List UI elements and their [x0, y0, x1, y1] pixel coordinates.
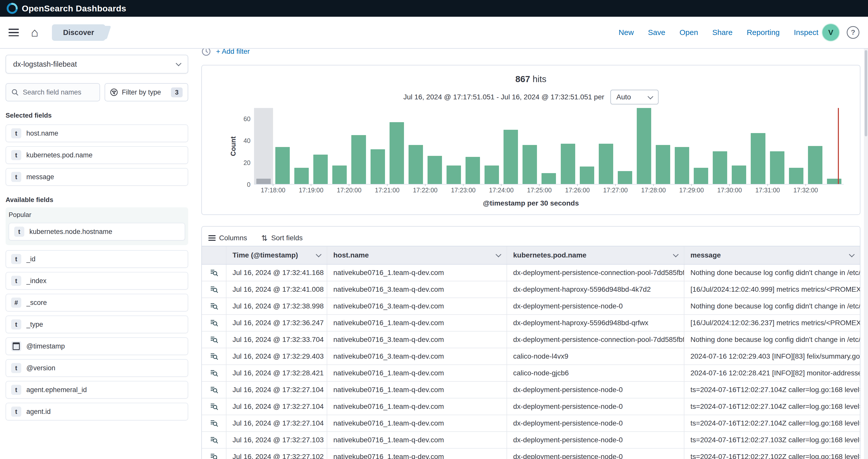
- histogram-bar[interactable]: [368, 108, 387, 184]
- nav-link-inspect[interactable]: Inspect: [794, 28, 818, 37]
- field-item[interactable]: tkubernetes.pod.name: [6, 146, 188, 164]
- help-icon[interactable]: ?: [847, 26, 859, 39]
- histogram-bar[interactable]: [311, 108, 330, 184]
- field-item[interactable]: t@version: [6, 359, 188, 377]
- histogram-bar[interactable]: [501, 108, 520, 184]
- expand-document-icon[interactable]: [209, 401, 219, 411]
- field-item[interactable]: tagent.ephemeral_id: [6, 381, 188, 399]
- breadcrumb[interactable]: Discover: [52, 24, 105, 41]
- histogram-bar[interactable]: [444, 108, 463, 184]
- expand-document-icon[interactable]: [209, 452, 219, 459]
- interval-select[interactable]: Auto: [611, 90, 658, 105]
- expand-document-icon[interactable]: [209, 318, 219, 328]
- table-row[interactable]: Jul 16, 2024 @ 17:32:33.704nativekube071…: [202, 332, 860, 348]
- filter-by-type-button[interactable]: Filter by type 3: [104, 83, 188, 102]
- column-header-msg[interactable]: message: [684, 246, 860, 264]
- sort-fields-button[interactable]: ⇅ Sort fields: [261, 234, 303, 242]
- search-input[interactable]: [23, 88, 94, 96]
- table-row[interactable]: Jul 16, 2024 @ 17:32:27.102nativekube071…: [202, 449, 860, 459]
- histogram-bar[interactable]: [349, 108, 368, 184]
- nav-link-save[interactable]: Save: [648, 28, 665, 37]
- histogram-bar[interactable]: [254, 108, 273, 184]
- index-pattern-selector[interactable]: dx-logstash-filebeat: [6, 55, 188, 74]
- field-item[interactable]: t_type: [6, 316, 188, 333]
- histogram-bar[interactable]: [539, 108, 558, 184]
- expand-document-icon[interactable]: [209, 385, 219, 395]
- histogram-bar[interactable]: [653, 108, 673, 184]
- histogram-bar[interactable]: [596, 108, 616, 184]
- histogram-bar[interactable]: [616, 108, 634, 184]
- histogram-bar[interactable]: [558, 108, 578, 184]
- nav-link-reporting[interactable]: Reporting: [747, 28, 780, 37]
- field-item[interactable]: t_id: [6, 250, 188, 268]
- columns-button[interactable]: Columns: [209, 234, 247, 242]
- histogram-bar[interactable]: [634, 108, 653, 184]
- histogram-bar[interactable]: [825, 108, 844, 184]
- histogram-bar[interactable]: [463, 108, 482, 184]
- histogram-bar[interactable]: [787, 108, 806, 184]
- table-row[interactable]: Jul 16, 2024 @ 17:32:38.998nativekube071…: [202, 298, 860, 315]
- chevron-down-icon[interactable]: [673, 252, 679, 258]
- nav-link-new[interactable]: New: [619, 28, 634, 37]
- vertical-scrollbar[interactable]: [864, 49, 868, 459]
- expand-document-icon[interactable]: [209, 268, 219, 278]
- histogram-bar[interactable]: [578, 108, 596, 184]
- field-item[interactable]: t_index: [6, 272, 188, 290]
- expand-document-icon[interactable]: [209, 418, 219, 428]
- cell-msg: ts=2024-07-16T12:02:27.104Z caller=log.g…: [684, 382, 860, 398]
- menu-icon[interactable]: [9, 29, 19, 36]
- histogram-bar[interactable]: [806, 108, 825, 184]
- histogram-bar[interactable]: [273, 108, 292, 184]
- expand-document-icon[interactable]: [209, 368, 219, 378]
- field-item[interactable]: thost.name: [6, 124, 188, 142]
- table-row[interactable]: Jul 16, 2024 @ 17:32:41.168nativekube071…: [202, 265, 860, 281]
- histogram-bar[interactable]: [330, 108, 349, 184]
- home-icon[interactable]: ⌂: [31, 26, 38, 38]
- histogram-bar[interactable]: [520, 108, 539, 184]
- column-header-time[interactable]: Time (@timestamp): [226, 246, 327, 264]
- avatar[interactable]: V: [823, 24, 839, 41]
- table-row[interactable]: Jul 16, 2024 @ 17:32:28.421nativekube071…: [202, 365, 860, 382]
- expand-document-icon[interactable]: [209, 284, 219, 294]
- histogram-bar[interactable]: [482, 108, 501, 184]
- nav-link-open[interactable]: Open: [680, 28, 698, 37]
- add-filter-button[interactable]: + Add filter: [216, 49, 250, 56]
- column-header-host[interactable]: host.name: [327, 246, 507, 264]
- field-item[interactable]: #_score: [6, 294, 188, 312]
- histogram-bar[interactable]: [387, 108, 406, 184]
- table-row[interactable]: Jul 16, 2024 @ 17:32:27.103nativekube071…: [202, 432, 860, 449]
- table-row[interactable]: Jul 16, 2024 @ 17:32:36.247nativekube071…: [202, 315, 860, 332]
- scrollbar-thumb[interactable]: [865, 50, 867, 136]
- expand-document-icon[interactable]: [209, 335, 219, 345]
- chevron-down-icon[interactable]: [496, 252, 501, 258]
- saved-query-icon[interactable]: [202, 49, 211, 56]
- histogram-bar[interactable]: [768, 108, 787, 184]
- histogram-bar[interactable]: [710, 108, 730, 184]
- histogram-bar[interactable]: [406, 108, 425, 184]
- field-item[interactable]: tkubernetes.node.hostname: [9, 223, 185, 240]
- histogram-bar[interactable]: [292, 108, 311, 184]
- table-row[interactable]: Jul 16, 2024 @ 17:32:41.008nativekube071…: [202, 281, 860, 298]
- histogram-bar[interactable]: [748, 108, 768, 184]
- field-search[interactable]: [6, 83, 100, 102]
- field-item[interactable]: @timestamp: [6, 337, 188, 355]
- field-item[interactable]: tagent.id: [6, 403, 188, 421]
- histogram-bar[interactable]: [730, 108, 748, 184]
- nav-link-share[interactable]: Share: [712, 28, 733, 37]
- expand-column-header: [202, 246, 226, 264]
- expand-document-icon[interactable]: [209, 301, 219, 311]
- table-row[interactable]: Jul 16, 2024 @ 17:32:27.104nativekube071…: [202, 415, 860, 432]
- histogram-bar[interactable]: [425, 108, 444, 184]
- chevron-down-icon[interactable]: [849, 252, 855, 258]
- histogram-bar[interactable]: [691, 108, 710, 184]
- column-header-pod[interactable]: kubernetes.pod.name: [507, 246, 684, 264]
- opensearch-logo-icon[interactable]: [7, 3, 18, 14]
- histogram-bar[interactable]: [673, 108, 691, 184]
- table-row[interactable]: Jul 16, 2024 @ 17:32:27.104nativekube071…: [202, 398, 860, 415]
- chevron-down-icon[interactable]: [316, 252, 322, 258]
- table-row[interactable]: Jul 16, 2024 @ 17:32:29.403nativekube071…: [202, 348, 860, 365]
- field-item[interactable]: tmessage: [6, 168, 188, 186]
- table-row[interactable]: Jul 16, 2024 @ 17:32:27.104nativekube071…: [202, 382, 860, 398]
- expand-document-icon[interactable]: [209, 351, 219, 362]
- expand-document-icon[interactable]: [209, 435, 219, 445]
